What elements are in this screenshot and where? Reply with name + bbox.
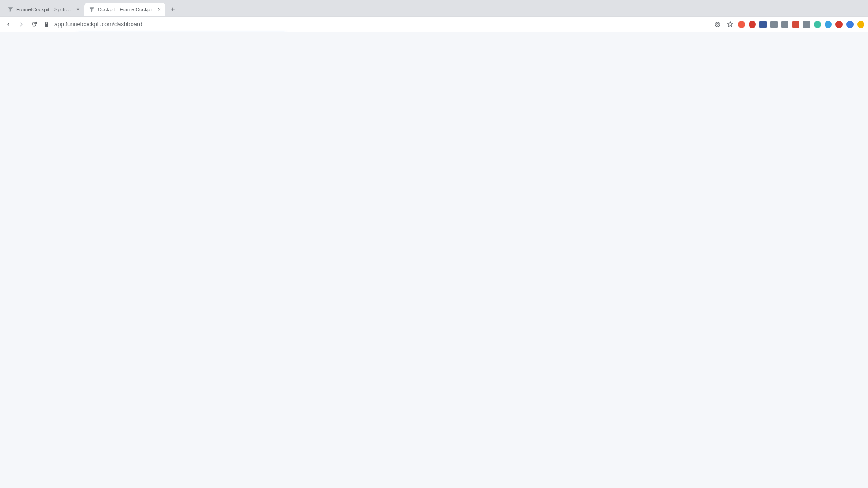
close-icon[interactable]: × [158, 6, 161, 13]
browser-tab[interactable]: FunnelCockpit - Splittests, Ma… × [3, 3, 84, 16]
extension-icon[interactable] [803, 21, 810, 28]
url-host: app.funnelcockpit.com [54, 21, 113, 28]
url-path: /dashboard [113, 21, 142, 28]
extension-icon[interactable] [770, 21, 778, 28]
new-tab-button[interactable]: + [166, 3, 179, 16]
extension-icon[interactable] [781, 21, 788, 28]
extension-icon[interactable] [835, 21, 843, 28]
extension-icon[interactable] [760, 21, 767, 28]
lock-icon [42, 19, 52, 29]
extension-icon[interactable] [857, 21, 864, 28]
site-info-icon[interactable] [712, 19, 722, 29]
svg-point-1 [717, 23, 718, 25]
browser-chrome: FunnelCockpit - Splittests, Ma… × Cockpi… [0, 0, 868, 32]
forward-button[interactable] [16, 19, 26, 29]
address-bar: app.funnelcockpit.com/dashboard [0, 16, 868, 32]
svg-point-0 [715, 22, 720, 27]
star-icon[interactable] [725, 19, 735, 29]
extension-icon[interactable] [825, 21, 832, 28]
funnel-icon [89, 6, 95, 13]
tab-strip: FunnelCockpit - Splittests, Ma… × Cockpi… [0, 0, 868, 16]
tab-title: Cockpit - FunnelCockpit [98, 7, 155, 12]
extension-icon[interactable] [749, 21, 756, 28]
browser-tab-active[interactable]: Cockpit - FunnelCockpit × [84, 3, 165, 16]
extension-icon[interactable] [814, 21, 821, 28]
funnel-icon [7, 6, 14, 13]
extension-icons [738, 21, 864, 28]
close-icon[interactable]: × [76, 6, 80, 13]
tab-title: FunnelCockpit - Splittests, Ma… [16, 7, 74, 12]
back-button[interactable] [4, 19, 14, 29]
url-display[interactable]: app.funnelcockpit.com/dashboard [54, 21, 710, 28]
reload-button[interactable] [29, 19, 39, 29]
extension-icon[interactable] [738, 21, 745, 28]
extension-icon[interactable] [792, 21, 799, 28]
profile-avatar[interactable] [846, 21, 854, 28]
